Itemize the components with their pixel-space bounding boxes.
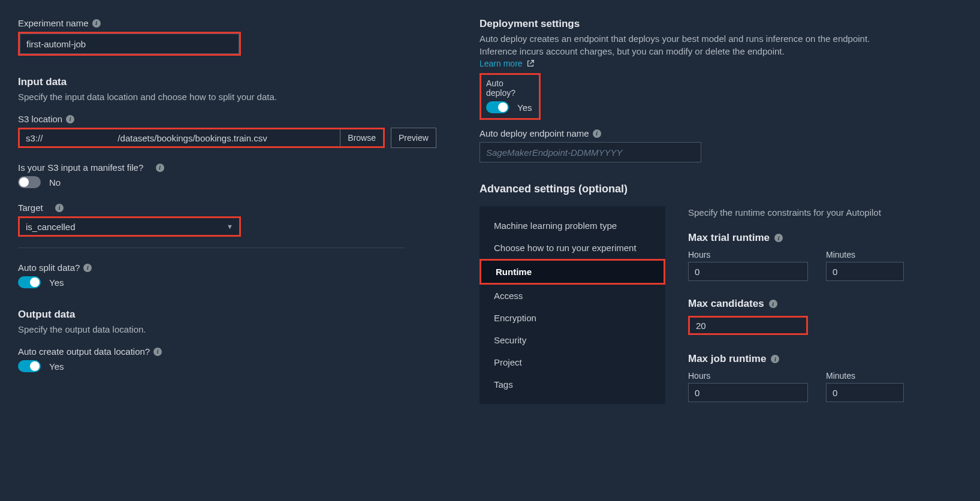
auto-split-label: Auto split data? i (18, 262, 426, 273)
target-label: Target i (18, 203, 426, 213)
info-icon: i (769, 300, 777, 308)
output-data-desc: Specify the output data location. (18, 323, 426, 336)
trial-hours-label: Hours (688, 250, 808, 259)
auto-split-value: Yes (49, 277, 64, 288)
info-icon: i (771, 355, 779, 363)
info-icon: i (66, 115, 74, 123)
external-link-icon (526, 59, 535, 68)
divider (18, 248, 405, 248)
job-hours-input[interactable] (688, 383, 808, 402)
auto-create-output-label: Auto create output data location? i (18, 346, 426, 357)
auto-deploy-label: Auto deploy? (486, 79, 534, 98)
manifest-label: Is your S3 input a manifest file? i (18, 162, 426, 173)
s3-location-input[interactable] (20, 129, 340, 146)
job-minutes-label: Minutes (826, 371, 904, 381)
trial-hours-input[interactable] (688, 262, 808, 281)
input-data-desc: Specify the input data location and choo… (18, 90, 426, 103)
trial-minutes-label: Minutes (826, 250, 904, 259)
chevron-down-icon: ▼ (227, 223, 233, 230)
max-candidates-input[interactable] (690, 318, 806, 333)
browse-button[interactable]: Browse (340, 129, 383, 146)
info-icon: i (774, 234, 783, 242)
max-trial-label: Max trial runtime i (688, 232, 905, 244)
auto-deploy-toggle[interactable] (486, 101, 509, 113)
manifest-value: No (49, 177, 61, 188)
info-icon: i (55, 204, 64, 212)
max-job-label: Max job runtime i (688, 353, 905, 365)
advanced-title: Advanced settings (optional) (480, 183, 905, 195)
nav-item-run-experiment[interactable]: Choose how to run your experiment (480, 237, 665, 259)
info-icon: i (153, 348, 162, 356)
preview-button[interactable]: Preview (391, 128, 436, 148)
auto-create-output-value: Yes (49, 361, 64, 372)
info-icon: i (156, 164, 164, 172)
endpoint-name-input[interactable] (480, 142, 701, 162)
info-icon: i (92, 19, 101, 28)
info-icon: i (83, 264, 92, 272)
job-minutes-input[interactable] (826, 383, 904, 402)
s3-location-label: S3 location i (18, 114, 426, 124)
deployment-title: Deployment settings (480, 18, 905, 30)
trial-minutes-input[interactable] (826, 262, 904, 281)
experiment-name-label: Experiment name i (18, 18, 426, 28)
output-data-title: Output data (18, 309, 426, 321)
nav-item-tags[interactable]: Tags (480, 373, 665, 396)
advanced-nav: Machine learning problem type Choose how… (480, 206, 665, 404)
nav-item-encryption[interactable]: Encryption (480, 307, 665, 329)
auto-split-toggle[interactable] (18, 276, 41, 288)
runtime-desc: Specify the runtime constraints for your… (688, 206, 905, 219)
manifest-toggle[interactable] (18, 176, 41, 188)
nav-item-security[interactable]: Security (480, 329, 665, 351)
info-icon: i (593, 129, 601, 138)
max-candidates-label: Max candidates i (688, 298, 905, 310)
auto-create-output-toggle[interactable] (18, 360, 41, 372)
learn-more-link[interactable]: Learn more (480, 59, 535, 68)
nav-item-problem-type[interactable]: Machine learning problem type (480, 215, 665, 237)
nav-item-access[interactable]: Access (480, 285, 665, 307)
target-dropdown[interactable]: is_cancelled ▼ (20, 218, 239, 235)
nav-item-runtime[interactable]: Runtime (481, 261, 664, 283)
deployment-desc: Auto deploy creates an endpoint that dep… (480, 32, 905, 58)
auto-deploy-value: Yes (517, 102, 532, 113)
experiment-name-input[interactable] (20, 34, 239, 54)
endpoint-name-label: Auto deploy endpoint name i (480, 128, 905, 138)
input-data-title: Input data (18, 76, 426, 88)
job-hours-label: Hours (688, 371, 808, 381)
nav-item-project[interactable]: Project (480, 351, 665, 373)
